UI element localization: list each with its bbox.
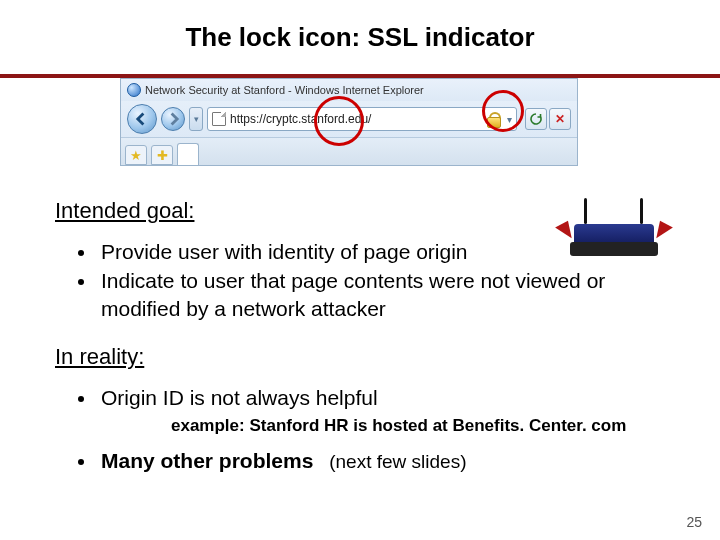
bullet-list-2: Origin ID is not always helpful example:… bbox=[97, 384, 665, 475]
arrow-right-icon bbox=[166, 112, 180, 126]
stop-button[interactable]: ✕ bbox=[549, 108, 571, 130]
chevron-down-icon: ▾ bbox=[507, 114, 512, 125]
bullet-item: Many other problems (next few slides) bbox=[97, 447, 665, 475]
address-bar[interactable]: https://cryptc.stanford.edu/ ▾ bbox=[207, 107, 517, 131]
nav-right-buttons: ✕ bbox=[525, 108, 571, 130]
nav-history-dropdown[interactable]: ▾ bbox=[189, 107, 203, 131]
lock-icon bbox=[487, 112, 499, 126]
url-text: https://cryptc.stanford.edu/ bbox=[230, 112, 371, 126]
example-subtext: example: Stanford HR is hosted at Benefi… bbox=[171, 415, 665, 437]
close-icon: ✕ bbox=[555, 112, 565, 126]
window-titlebar: Network Security at Stanford - Windows I… bbox=[121, 79, 577, 101]
heading-intended-goal: Intended goal: bbox=[55, 198, 665, 224]
bullet-list-1: Provide user with identity of page origi… bbox=[97, 238, 665, 322]
page-number: 25 bbox=[686, 514, 702, 530]
forward-button[interactable] bbox=[161, 107, 185, 131]
ie-logo-icon bbox=[127, 83, 141, 97]
star-icon: ★ bbox=[130, 148, 142, 163]
page-icon bbox=[212, 112, 226, 126]
bullet-item: Indicate to user that page contents were… bbox=[97, 267, 665, 322]
bullet-text: Origin ID is not always helpful bbox=[101, 386, 378, 409]
inline-note: (next few slides) bbox=[329, 451, 466, 472]
star-plus-icon: ✚ bbox=[157, 148, 168, 163]
bullet-text: Many other problems bbox=[101, 449, 313, 472]
add-favorite-button[interactable]: ✚ bbox=[151, 145, 173, 165]
window-title-text: Network Security at Stanford - Windows I… bbox=[145, 84, 424, 96]
tab-strip: ★ ✚ bbox=[121, 137, 577, 165]
browser-chrome: Network Security at Stanford - Windows I… bbox=[120, 78, 578, 166]
favorites-button[interactable]: ★ bbox=[125, 145, 147, 165]
back-button[interactable] bbox=[127, 104, 157, 134]
refresh-icon bbox=[530, 113, 542, 125]
slide-title: The lock icon: SSL indicator bbox=[0, 22, 720, 53]
slide-content: Intended goal: Provide user with identit… bbox=[55, 198, 665, 477]
refresh-button[interactable] bbox=[525, 108, 547, 130]
bullet-item: Provide user with identity of page origi… bbox=[97, 238, 665, 265]
arrow-left-icon bbox=[135, 112, 149, 126]
browser-tab[interactable] bbox=[177, 143, 199, 165]
bullet-item: Origin ID is not always helpful example:… bbox=[97, 384, 665, 437]
heading-in-reality: In reality: bbox=[55, 344, 665, 370]
nav-row: ▾ https://cryptc.stanford.edu/ ▾ ✕ bbox=[121, 101, 577, 137]
